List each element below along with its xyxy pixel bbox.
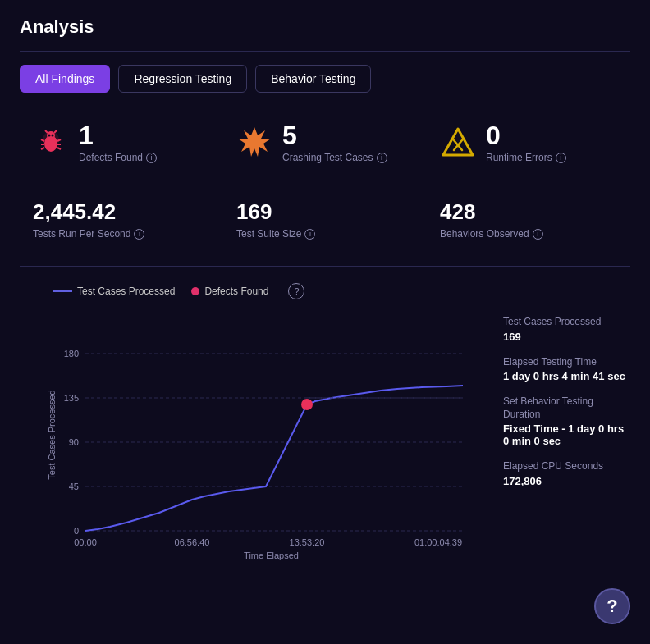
chart-stat-elapsed-time: Elapsed Testing Time 1 day 0 hrs 4 min 4… <box>503 356 630 383</box>
svg-text:13:53:20: 13:53:20 <box>290 537 325 547</box>
chart-stat-behavior-duration: Set Behavior Testing Duration Fixed Time… <box>503 395 630 447</box>
svg-text:90: 90 <box>69 437 79 447</box>
chart-stat-elapsed-time-label: Elapsed Testing Time <box>503 356 630 369</box>
tests-per-second-info[interactable]: i <box>134 229 144 240</box>
svg-line-9 <box>41 148 44 149</box>
stat-behaviors-observed: 428 Behaviors Observed i <box>427 186 630 253</box>
y-axis-label: Test Cases Processed <box>47 390 57 479</box>
suite-size-info[interactable]: i <box>304 229 315 240</box>
suite-size-number: 169 <box>236 199 414 225</box>
stat-defects-found: 1 Defects Found i <box>20 112 223 180</box>
chart-stat-test-cases-label: Test Cases Processed <box>503 316 630 329</box>
chart-legend: Test Cases Processed Defects Found ? <box>53 283 490 299</box>
stat-crashing-tests: 5 Crashing Test Cases i <box>223 112 427 180</box>
stats-row-1: 1 Defects Found i 5 <box>20 112 630 180</box>
svg-text:01:00:04:39: 01:00:04:39 <box>414 537 462 547</box>
svg-text:00:00: 00:00 <box>74 537 97 547</box>
svg-text:06:56:40: 06:56:40 <box>175 537 210 547</box>
x-axis-label: Time Elapsed <box>53 550 490 560</box>
defects-found-number: 1 <box>79 122 157 148</box>
stat-tests-per-second: 2,445.42 Tests Run Per Second i <box>20 186 223 253</box>
legend-defects: Defects Found <box>191 285 268 297</box>
chart-svg: .grid-line { stroke: #2a2850; stroke-wid… <box>53 309 471 547</box>
bug-icon <box>33 124 69 160</box>
stats-row-2: 2,445.42 Tests Run Per Second i 169 Test… <box>20 186 630 253</box>
tab-bar: All Findings Regression Testing Behavior… <box>20 65 630 93</box>
tab-all-findings[interactable]: All Findings <box>20 65 110 93</box>
stat-suite-size: 169 Test Suite Size i <box>223 186 427 253</box>
chart-stats-panel: Test Cases Processed 169 Elapsed Testing… <box>503 283 630 560</box>
chart-stat-cpu-seconds-label: Elapsed CPU Seconds <box>503 460 630 473</box>
chart-stat-behavior-duration-value: Fixed Time - 1 day 0 hrs 0 min 0 sec <box>503 422 630 447</box>
page-title: Analysis <box>20 16 630 38</box>
runtime-errors-label: Runtime Errors i <box>486 152 566 163</box>
svg-point-31 <box>301 399 313 410</box>
crashing-tests-number: 5 <box>282 122 387 148</box>
svg-marker-13 <box>238 127 271 157</box>
tests-per-second-number: 2,445.42 <box>33 199 210 225</box>
chart-section: Test Cases Processed Defects Found ? Tes… <box>20 283 630 560</box>
help-button[interactable]: ? <box>594 588 630 624</box>
legend-line-icon <box>53 290 72 292</box>
chart-area: Test Cases Processed .grid-line { stroke… <box>53 309 490 560</box>
svg-text:0: 0 <box>74 526 79 536</box>
svg-text:45: 45 <box>69 482 79 491</box>
chart-stat-cpu-seconds-value: 172,806 <box>503 475 630 487</box>
tab-behavior-testing[interactable]: Behavior Testing <box>255 65 371 93</box>
warning-icon <box>440 124 476 160</box>
svg-point-5 <box>48 135 51 137</box>
chart-container: Test Cases Processed Defects Found ? Tes… <box>20 283 490 560</box>
header-divider <box>20 51 630 52</box>
stat-runtime-errors: 0 Runtime Errors i <box>427 112 630 180</box>
runtime-errors-info[interactable]: i <box>556 153 566 163</box>
svg-line-3 <box>45 130 48 133</box>
crashing-tests-label: Crashing Test Cases i <box>282 152 387 163</box>
legend-dot-icon <box>191 287 199 295</box>
chart-stat-cpu-seconds: Elapsed CPU Seconds 172,806 <box>503 460 630 487</box>
behaviors-observed-number: 428 <box>440 199 617 225</box>
runtime-errors-number: 0 <box>486 122 566 148</box>
chart-stat-elapsed-time-value: 1 day 0 hrs 4 min 41 sec <box>503 370 630 382</box>
explosion-icon <box>236 124 272 160</box>
behaviors-observed-label: Behaviors Observed i <box>440 228 617 240</box>
defects-found-label: Defects Found i <box>79 152 157 163</box>
tab-regression-testing[interactable]: Regression Testing <box>118 65 247 93</box>
defects-found-info[interactable]: i <box>146 153 157 163</box>
chart-stat-behavior-duration-label: Set Behavior Testing Duration <box>503 395 630 421</box>
legend-test-cases: Test Cases Processed <box>53 285 175 297</box>
stats-chart-divider <box>20 266 630 267</box>
page-container: Analysis All Findings Regression Testing… <box>0 0 650 577</box>
tests-per-second-label: Tests Run Per Second i <box>33 228 210 240</box>
suite-size-label: Test Suite Size i <box>236 228 414 240</box>
chart-stat-test-cases-processed: Test Cases Processed 169 <box>503 316 630 343</box>
behaviors-observed-info[interactable]: i <box>533 229 543 240</box>
chart-help-icon[interactable]: ? <box>288 283 304 299</box>
crashing-tests-info[interactable]: i <box>377 153 387 163</box>
svg-line-4 <box>54 130 57 133</box>
svg-marker-14 <box>443 129 473 155</box>
svg-text:180: 180 <box>64 349 79 359</box>
svg-point-6 <box>52 135 54 137</box>
chart-stat-test-cases-value: 169 <box>503 331 630 343</box>
svg-line-12 <box>57 148 61 149</box>
svg-text:135: 135 <box>64 393 79 403</box>
